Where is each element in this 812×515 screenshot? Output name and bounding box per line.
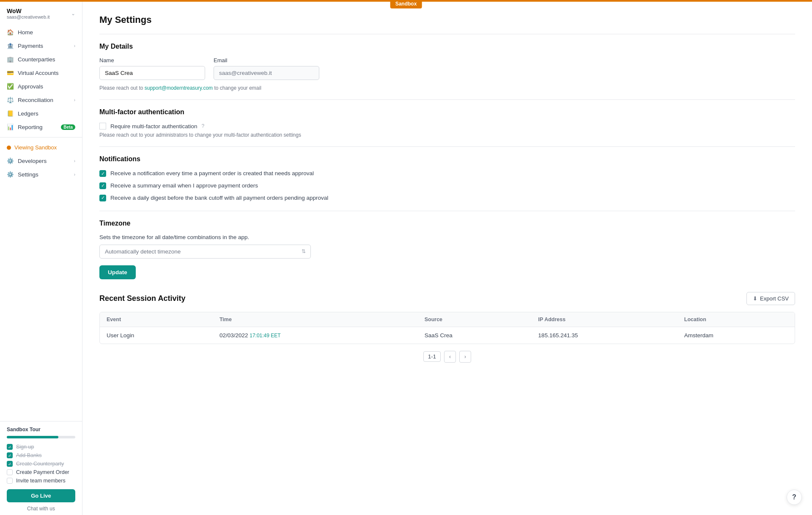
name-label: Name (99, 57, 205, 63)
tour-label-add-banks: Add Banks (16, 452, 41, 458)
notification-checkbox-0[interactable]: ✓ (99, 170, 106, 177)
sidebar-nav: 🏠 Home 🏦 Payments › 🏢 Counterparties 💳 V… (0, 24, 82, 421)
approvals-nav-label: Approvals (18, 83, 75, 90)
table-header-0: Event (100, 312, 213, 327)
sidebar-item-home[interactable]: 🏠 Home (0, 25, 82, 39)
export-icon: ⬇ (753, 295, 757, 302)
name-input[interactable] (99, 66, 205, 80)
sidebar-item-settings[interactable]: ⚙️ Settings › (0, 168, 82, 181)
tour-check-create-counterparty: ✓ (7, 461, 13, 467)
cell-time-0: 02/03/2022 17:01:49 EET (213, 327, 418, 344)
sidebar-item-reporting[interactable]: 📊 Reporting Beta (0, 120, 82, 134)
sandbox-tour-progress-track (7, 436, 75, 438)
notifications-list: ✓ Receive a notification every time a pa… (99, 170, 795, 202)
tour-item-create-payment-order: Create Payment Order (7, 468, 75, 476)
payments-nav-icon: 🏦 (7, 42, 14, 49)
recent-session-title: Recent Session Activity (99, 294, 185, 303)
cell-event-0: User Login (100, 327, 213, 344)
pagination-next-button[interactable]: › (459, 351, 471, 363)
payments-nav-label: Payments (18, 43, 70, 49)
notification-check-icon-1: ✓ (101, 183, 105, 188)
sidebar-item-payments[interactable]: 🏦 Payments › (0, 39, 82, 52)
pagination-prev-button[interactable]: ‹ (444, 351, 456, 363)
sandbox-badge: Sandbox (390, 0, 422, 8)
sidebar: WoW saas@creativeweb.it ⌄ 🏠 Home 🏦 Payme… (0, 2, 82, 515)
chat-us-link[interactable]: Chat with us (7, 506, 75, 512)
settings-nav-label: Settings (18, 171, 70, 178)
notification-text-0: Receive a notification every time a paym… (110, 170, 314, 178)
timezone-description: Sets the timezone for all date/time comb… (99, 234, 795, 240)
page-title: My Settings (99, 14, 795, 25)
reporting-nav-icon: 📊 (7, 124, 14, 130)
sidebar-item-virtual-accounts[interactable]: 💳 Virtual Accounts (0, 66, 82, 80)
sidebar-item-approvals[interactable]: ✅ Approvals (0, 80, 82, 93)
name-field-group: Name (99, 57, 205, 80)
org-email: saas@creativeweb.it (7, 14, 50, 19)
mfa-section: Require multi-factor authentication ? Pl… (99, 123, 795, 138)
notification-check-icon-2: ✓ (101, 195, 105, 201)
session-table: EventTimeSourceIP AddressLocation User L… (100, 312, 795, 344)
table-header-4: Location (678, 312, 795, 327)
virtual-accounts-nav-label: Virtual Accounts (18, 70, 75, 76)
session-table-header-row: EventTimeSourceIP AddressLocation (100, 312, 795, 327)
session-table-body: User Login 02/03/2022 17:01:49 EET SaaS … (100, 327, 795, 344)
sidebar-item-reconciliation[interactable]: ⚖️ Reconciliation › (0, 93, 82, 107)
top-bar: Sandbox (0, 0, 812, 2)
viewing-sandbox-label: Viewing Sandbox (14, 144, 57, 151)
notification-check-icon-0: ✓ (101, 171, 105, 176)
org-chevron-icon[interactable]: ⌄ (71, 11, 75, 17)
timezone-section: Sets the timezone for all date/time comb… (99, 234, 795, 292)
update-button[interactable]: Update (99, 265, 136, 279)
developers-nav-icon: ⚙️ (7, 157, 14, 164)
tour-check-sign-up: ✓ (7, 444, 13, 450)
go-live-button[interactable]: Go Live (7, 489, 75, 502)
tour-label-create-counterparty: Create Counterparty (16, 461, 64, 467)
sidebar-header[interactable]: WoW saas@creativeweb.it ⌄ (0, 2, 82, 24)
mfa-title: Multi-factor authentication (99, 108, 795, 116)
reconciliation-nav-chevron-icon: › (74, 98, 75, 102)
home-nav-icon: 🏠 (7, 29, 14, 36)
reconciliation-nav-label: Reconciliation (18, 97, 70, 103)
sidebar-item-counterparties[interactable]: 🏢 Counterparties (0, 52, 82, 66)
notification-checkbox-1[interactable]: ✓ (99, 182, 106, 189)
email-helper-text: Please reach out to support@moderntreasu… (99, 85, 795, 91)
reconciliation-nav-icon: ⚖️ (7, 96, 14, 103)
recent-session-header: Recent Session Activity ⬇ Export CSV (99, 292, 795, 305)
cell-source-0: SaaS Crea (418, 327, 532, 344)
email-label: Email (214, 57, 319, 63)
sandbox-dot-icon (7, 146, 11, 150)
notification-item-1: ✓ Receive a summary email when I approve… (99, 182, 795, 190)
help-fab[interactable]: ? (787, 490, 802, 505)
support-email-link[interactable]: support@moderntreasury.com (145, 85, 213, 91)
developers-nav-chevron-icon: › (74, 159, 75, 163)
notification-checkbox-2[interactable]: ✓ (99, 195, 106, 201)
sandbox-tour-label: Sandbox Tour (7, 427, 75, 432)
reporting-nav-badge: Beta (61, 124, 75, 130)
tour-items-list: ✓ Sign up ✓ Add Banks ✓ Create Counterpa… (7, 443, 75, 485)
tour-item-add-banks: ✓ Add Banks (7, 451, 75, 460)
mfa-label: Require multi-factor authentication (110, 123, 198, 129)
sandbox-tour-progress-fill (7, 436, 58, 438)
notification-item-0: ✓ Receive a notification every time a pa… (99, 170, 795, 178)
export-csv-button[interactable]: ⬇ Export CSV (746, 292, 795, 305)
developers-nav-label: Developers (18, 158, 70, 164)
email-field-group: Email (214, 57, 319, 80)
mfa-help-icon[interactable]: ? (202, 123, 205, 129)
session-table-wrap: EventTimeSourceIP AddressLocation User L… (99, 312, 795, 344)
ledgers-nav-label: Ledgers (18, 110, 75, 117)
reporting-nav-label: Reporting (18, 124, 57, 130)
table-header-2: Source (418, 312, 532, 327)
page-info: 1-1 (423, 351, 441, 362)
tour-item-invite-team-members: Invite team members (7, 476, 75, 485)
tour-check-invite-team-members (7, 478, 13, 484)
mfa-checkbox[interactable] (99, 123, 106, 129)
tour-check-add-banks: ✓ (7, 452, 13, 458)
email-input[interactable] (214, 66, 319, 80)
sidebar-item-developers[interactable]: ⚙️ Developers › (0, 154, 82, 168)
sidebar-item-ledgers[interactable]: 📒 Ledgers (0, 107, 82, 120)
timezone-select-wrap: Automatically detect timezone (99, 245, 311, 259)
tour-label-create-payment-order: Create Payment Order (16, 469, 69, 475)
tour-item-create-counterparty: ✓ Create Counterparty (7, 460, 75, 468)
timezone-select[interactable]: Automatically detect timezone (99, 245, 311, 259)
session-table-head: EventTimeSourceIP AddressLocation (100, 312, 795, 327)
